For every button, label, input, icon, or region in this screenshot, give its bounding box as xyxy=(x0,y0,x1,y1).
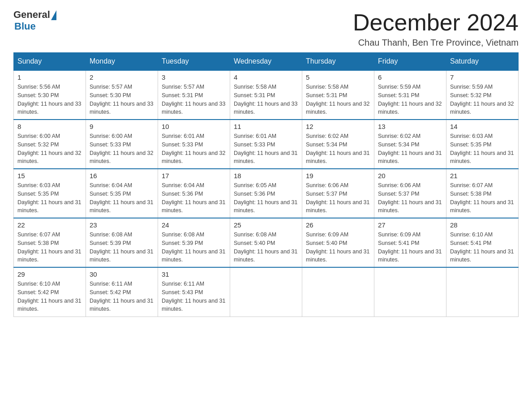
day-info: Sunrise: 6:09 AMSunset: 5:40 PMDaylight:… xyxy=(306,231,370,264)
day-info: Sunrise: 6:04 AMSunset: 5:35 PMDaylight:… xyxy=(90,181,154,215)
day-number: 31 xyxy=(162,270,226,278)
day-number: 16 xyxy=(90,172,154,180)
calendar-day-cell xyxy=(374,267,446,317)
calendar-day-cell: 14Sunrise: 6:03 AMSunset: 5:35 PMDayligh… xyxy=(446,120,519,169)
calendar-week-row: 29Sunrise: 6:10 AMSunset: 5:42 PMDayligh… xyxy=(14,267,519,317)
day-number: 19 xyxy=(306,172,370,180)
calendar-week-row: 1Sunrise: 5:56 AMSunset: 5:30 PMDaylight… xyxy=(14,70,519,120)
day-info: Sunrise: 6:08 AMSunset: 5:39 PMDaylight:… xyxy=(90,231,154,264)
calendar-day-cell: 26Sunrise: 6:09 AMSunset: 5:40 PMDayligh… xyxy=(302,218,374,267)
day-number: 14 xyxy=(450,123,515,130)
day-number: 2 xyxy=(90,73,154,81)
day-info: Sunrise: 6:02 AMSunset: 5:34 PMDaylight:… xyxy=(378,132,442,166)
day-number: 3 xyxy=(162,73,226,81)
day-number: 29 xyxy=(17,270,82,278)
calendar-day-cell: 5Sunrise: 5:58 AMSunset: 5:31 PMDaylight… xyxy=(302,70,374,120)
day-info: Sunrise: 6:03 AMSunset: 5:35 PMDaylight:… xyxy=(17,181,82,215)
day-info: Sunrise: 6:01 AMSunset: 5:33 PMDaylight:… xyxy=(162,132,226,166)
logo-triangle-icon xyxy=(51,10,56,20)
day-number: 6 xyxy=(378,73,442,81)
day-info: Sunrise: 6:06 AMSunset: 5:37 PMDaylight:… xyxy=(306,181,370,215)
calendar-day-cell: 3Sunrise: 5:57 AMSunset: 5:31 PMDaylight… xyxy=(158,70,230,120)
day-number: 17 xyxy=(162,172,226,180)
day-number: 4 xyxy=(234,73,298,81)
day-info: Sunrise: 6:08 AMSunset: 5:39 PMDaylight:… xyxy=(162,231,226,264)
calendar-day-cell: 27Sunrise: 6:09 AMSunset: 5:41 PMDayligh… xyxy=(374,218,446,267)
calendar-day-cell: 1Sunrise: 5:56 AMSunset: 5:30 PMDaylight… xyxy=(14,70,86,120)
calendar-day-cell: 13Sunrise: 6:02 AMSunset: 5:34 PMDayligh… xyxy=(374,120,446,169)
day-info: Sunrise: 5:59 AMSunset: 5:32 PMDaylight:… xyxy=(450,83,515,116)
day-info: Sunrise: 6:08 AMSunset: 5:40 PMDaylight:… xyxy=(234,231,298,264)
calendar-day-cell: 16Sunrise: 6:04 AMSunset: 5:35 PMDayligh… xyxy=(86,169,158,218)
calendar-day-cell: 20Sunrise: 6:06 AMSunset: 5:37 PMDayligh… xyxy=(374,169,446,218)
day-info: Sunrise: 6:10 AMSunset: 5:41 PMDaylight:… xyxy=(450,231,515,264)
calendar-day-cell: 15Sunrise: 6:03 AMSunset: 5:35 PMDayligh… xyxy=(14,169,86,218)
day-number: 5 xyxy=(306,73,370,81)
calendar-week-row: 8Sunrise: 6:00 AMSunset: 5:32 PMDaylight… xyxy=(14,120,519,169)
day-number: 12 xyxy=(306,123,370,130)
calendar-table: SundayMondayTuesdayWednesdayThursdayFrid… xyxy=(13,52,519,317)
day-info: Sunrise: 5:56 AMSunset: 5:30 PMDaylight:… xyxy=(17,83,82,116)
day-info: Sunrise: 6:06 AMSunset: 5:37 PMDaylight:… xyxy=(378,181,442,215)
day-info: Sunrise: 6:05 AMSunset: 5:36 PMDaylight:… xyxy=(234,181,298,215)
calendar-day-cell: 30Sunrise: 6:11 AMSunset: 5:42 PMDayligh… xyxy=(86,267,158,317)
day-info: Sunrise: 6:00 AMSunset: 5:33 PMDaylight:… xyxy=(90,132,154,166)
calendar-day-cell: 12Sunrise: 6:02 AMSunset: 5:34 PMDayligh… xyxy=(302,120,374,169)
day-info: Sunrise: 6:02 AMSunset: 5:34 PMDaylight:… xyxy=(306,132,370,166)
calendar-week-row: 22Sunrise: 6:07 AMSunset: 5:38 PMDayligh… xyxy=(14,218,519,267)
day-number: 25 xyxy=(234,221,298,229)
calendar-week-row: 15Sunrise: 6:03 AMSunset: 5:35 PMDayligh… xyxy=(14,169,519,218)
day-info: Sunrise: 5:59 AMSunset: 5:31 PMDaylight:… xyxy=(378,83,442,116)
calendar-day-cell: 6Sunrise: 5:59 AMSunset: 5:31 PMDaylight… xyxy=(374,70,446,120)
day-info: Sunrise: 5:57 AMSunset: 5:31 PMDaylight:… xyxy=(162,83,226,116)
calendar-title: December 2024 xyxy=(353,9,519,36)
day-info: Sunrise: 6:11 AMSunset: 5:43 PMDaylight:… xyxy=(162,280,226,313)
calendar-day-cell: 28Sunrise: 6:10 AMSunset: 5:41 PMDayligh… xyxy=(446,218,519,267)
calendar-day-header: Monday xyxy=(86,53,158,71)
day-info: Sunrise: 6:11 AMSunset: 5:42 PMDaylight:… xyxy=(90,280,154,313)
day-number: 24 xyxy=(162,221,226,229)
calendar-day-header: Wednesday xyxy=(230,53,302,71)
day-number: 7 xyxy=(450,73,515,81)
calendar-day-cell: 18Sunrise: 6:05 AMSunset: 5:36 PMDayligh… xyxy=(230,169,302,218)
calendar-day-cell: 25Sunrise: 6:08 AMSunset: 5:40 PMDayligh… xyxy=(230,218,302,267)
calendar-day-cell: 23Sunrise: 6:08 AMSunset: 5:39 PMDayligh… xyxy=(86,218,158,267)
calendar-day-cell: 11Sunrise: 6:01 AMSunset: 5:33 PMDayligh… xyxy=(230,120,302,169)
page-header: General Blue December 2024 Chau Thanh, B… xyxy=(13,9,519,48)
day-info: Sunrise: 6:10 AMSunset: 5:42 PMDaylight:… xyxy=(17,280,82,313)
day-number: 21 xyxy=(450,172,515,180)
calendar-day-header: Thursday xyxy=(302,53,374,71)
day-number: 15 xyxy=(17,172,82,180)
day-number: 11 xyxy=(234,123,298,130)
day-number: 26 xyxy=(306,221,370,229)
calendar-day-cell: 17Sunrise: 6:04 AMSunset: 5:36 PMDayligh… xyxy=(158,169,230,218)
calendar-day-cell: 8Sunrise: 6:00 AMSunset: 5:32 PMDaylight… xyxy=(14,120,86,169)
logo[interactable]: General Blue xyxy=(13,9,56,32)
calendar-day-header: Saturday xyxy=(446,53,519,71)
calendar-day-cell: 10Sunrise: 6:01 AMSunset: 5:33 PMDayligh… xyxy=(158,120,230,169)
calendar-day-cell: 21Sunrise: 6:07 AMSunset: 5:38 PMDayligh… xyxy=(446,169,519,218)
calendar-day-cell xyxy=(230,267,302,317)
day-number: 27 xyxy=(378,221,442,229)
calendar-day-cell: 24Sunrise: 6:08 AMSunset: 5:39 PMDayligh… xyxy=(158,218,230,267)
day-number: 1 xyxy=(17,73,82,81)
day-number: 10 xyxy=(162,123,226,130)
day-info: Sunrise: 6:01 AMSunset: 5:33 PMDaylight:… xyxy=(234,132,298,166)
day-info: Sunrise: 5:58 AMSunset: 5:31 PMDaylight:… xyxy=(234,83,298,116)
calendar-subtitle: Chau Thanh, Ben Tre Province, Vietnam xyxy=(353,38,519,48)
day-info: Sunrise: 6:04 AMSunset: 5:36 PMDaylight:… xyxy=(162,181,226,215)
day-info: Sunrise: 5:57 AMSunset: 5:30 PMDaylight:… xyxy=(90,83,154,116)
calendar-day-cell: 29Sunrise: 6:10 AMSunset: 5:42 PMDayligh… xyxy=(14,267,86,317)
calendar-header-row: SundayMondayTuesdayWednesdayThursdayFrid… xyxy=(14,53,519,71)
calendar-day-cell: 31Sunrise: 6:11 AMSunset: 5:43 PMDayligh… xyxy=(158,267,230,317)
day-number: 20 xyxy=(378,172,442,180)
calendar-day-cell: 4Sunrise: 5:58 AMSunset: 5:31 PMDaylight… xyxy=(230,70,302,120)
day-info: Sunrise: 6:07 AMSunset: 5:38 PMDaylight:… xyxy=(450,181,515,215)
calendar-day-header: Sunday xyxy=(14,53,86,71)
day-number: 9 xyxy=(90,123,154,130)
day-info: Sunrise: 6:09 AMSunset: 5:41 PMDaylight:… xyxy=(378,231,442,264)
calendar-day-cell: 9Sunrise: 6:00 AMSunset: 5:33 PMDaylight… xyxy=(86,120,158,169)
day-number: 23 xyxy=(90,221,154,229)
day-number: 28 xyxy=(450,221,515,229)
calendar-day-cell: 19Sunrise: 6:06 AMSunset: 5:37 PMDayligh… xyxy=(302,169,374,218)
